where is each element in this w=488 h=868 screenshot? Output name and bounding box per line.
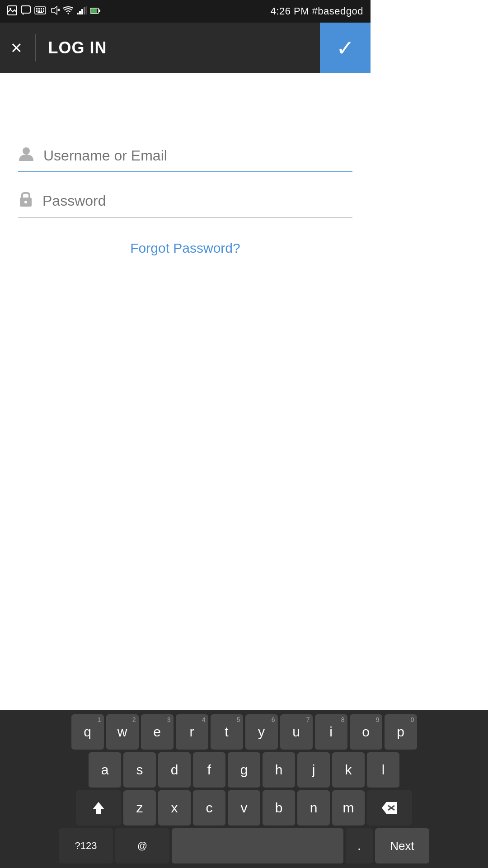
password-input-group (18, 190, 352, 218)
svg-rect-18 (81, 9, 83, 14)
lock-icon (18, 190, 33, 212)
svg-rect-22 (91, 9, 97, 13)
keyboard-icon (34, 6, 46, 17)
image-icon (7, 5, 17, 18)
user-icon (18, 146, 34, 166)
password-input[interactable] (42, 193, 352, 209)
wifi-icon (63, 6, 73, 17)
app-bar: × LOG IN ✓ (0, 23, 371, 73)
status-bar: 4:26 PM #basedgod (0, 0, 371, 23)
svg-point-26 (24, 201, 27, 203)
svg-rect-20 (86, 6, 87, 14)
svg-marker-13 (52, 6, 57, 14)
svg-rect-17 (79, 11, 81, 14)
svg-rect-9 (38, 10, 40, 12)
form-area: Forgot Password? (0, 73, 371, 256)
mute-icon (50, 5, 60, 18)
svg-rect-19 (84, 7, 85, 14)
confirm-button[interactable]: ✓ (320, 23, 371, 73)
battery-icon (90, 7, 100, 16)
signal-icon (77, 6, 87, 17)
svg-rect-4 (36, 8, 38, 9)
svg-rect-23 (99, 9, 100, 12)
svg-rect-10 (41, 10, 42, 12)
close-icon[interactable]: × (11, 38, 22, 57)
svg-rect-8 (36, 10, 38, 12)
app-bar-divider (35, 34, 36, 61)
svg-rect-16 (77, 13, 79, 14)
page-title: LOG IN (48, 38, 107, 57)
svg-rect-7 (43, 8, 44, 9)
status-icons (7, 5, 100, 18)
forgot-password-link[interactable]: Forgot Password? (18, 241, 352, 256)
svg-rect-12 (38, 12, 43, 13)
svg-rect-2 (21, 6, 30, 13)
status-time: 4:26 PM #basedgod (271, 5, 363, 17)
chat-icon (21, 5, 31, 18)
svg-point-24 (23, 147, 30, 155)
username-input-group (18, 146, 352, 172)
svg-rect-6 (41, 8, 42, 9)
svg-rect-5 (38, 8, 40, 9)
app-bar-left: × LOG IN (0, 23, 118, 73)
username-input[interactable] (43, 147, 352, 164)
svg-rect-11 (43, 10, 44, 12)
checkmark-icon: ✓ (336, 35, 354, 61)
